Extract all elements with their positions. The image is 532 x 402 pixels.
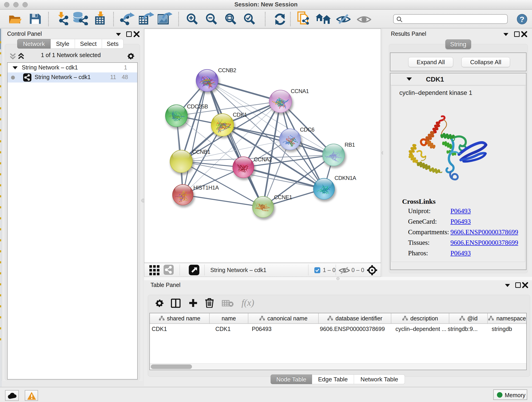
svg-text:CCNB1: CCNB1 xyxy=(192,149,210,155)
svg-text:CDKN1A: CDKN1A xyxy=(335,175,356,181)
svg-text:CDK1: CDK1 xyxy=(233,112,247,118)
svg-text:HIST1H1A: HIST1H1A xyxy=(193,185,219,191)
svg-text:CCNE1: CCNE1 xyxy=(274,194,292,200)
svg-text:CCNA1: CCNA1 xyxy=(291,88,309,94)
svg-text:CCNA2: CCNA2 xyxy=(254,156,272,162)
svg-text:CDC6: CDC6 xyxy=(300,127,314,133)
svg-text:CDC25B: CDC25B xyxy=(187,103,208,109)
svg-text:CCNB2: CCNB2 xyxy=(218,67,236,73)
svg-text:RB1: RB1 xyxy=(345,142,355,148)
